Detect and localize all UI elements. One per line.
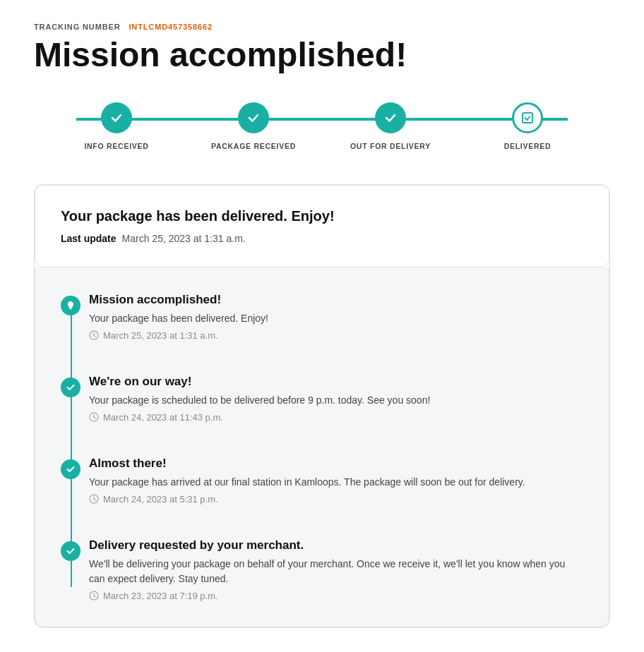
timeline-item-title: Delivery requested by your merchant. bbox=[89, 538, 575, 553]
timeline-time-text: March 25, 2023 at 1:31 a.m. bbox=[103, 330, 218, 341]
timeline-item-time: March 25, 2023 at 1:31 a.m. bbox=[89, 330, 575, 341]
checkmark-box-icon bbox=[520, 111, 535, 125]
timeline-time-text: March 24, 2023 at 11:43 p.m. bbox=[103, 412, 223, 423]
last-update-row: Last update March 25, 2023 at 1:31 a.m. bbox=[61, 233, 583, 244]
main-card: Your package has been delivered. Enjoy! … bbox=[34, 184, 610, 628]
clock-icon bbox=[89, 591, 99, 600]
timeline-item: Delivery requested by your merchant. We'… bbox=[89, 538, 575, 601]
timeline-item-desc: Your package has arrived at our final st… bbox=[89, 475, 575, 490]
timeline: Mission accomplished! Your package has b… bbox=[61, 293, 575, 601]
checkmark-icon bbox=[383, 111, 398, 125]
timeline-item-time: March 24, 2023 at 11:43 p.m. bbox=[89, 412, 575, 423]
check-icon bbox=[66, 382, 76, 392]
pin-icon bbox=[66, 301, 76, 310]
check-icon bbox=[66, 464, 76, 474]
step-label-package-received: PACKAGE RECEIVED bbox=[211, 142, 296, 150]
delivery-card-title: Your package has been delivered. Enjoy! bbox=[61, 208, 583, 224]
step-circle-package-received bbox=[238, 102, 269, 133]
clock-icon bbox=[89, 330, 99, 340]
step-label-out-for-delivery: OUT FOR DELIVERY bbox=[350, 142, 431, 150]
tracking-label-text: TRACKING NUMBER bbox=[34, 23, 121, 31]
step-circle-info-received bbox=[101, 102, 132, 133]
timeline-dot-check bbox=[61, 541, 80, 561]
timeline-item-title: We're on our way! bbox=[89, 375, 575, 389]
timeline-item: We're on our way! Your package is schedu… bbox=[89, 375, 575, 423]
timeline-section: Mission accomplished! Your package has b… bbox=[35, 267, 609, 627]
timeline-time-text: March 23, 2023 at 7:19 p.m. bbox=[103, 591, 218, 601]
timeline-dot-check bbox=[61, 378, 80, 397]
clock-icon bbox=[89, 494, 99, 504]
step-package-received: PACKAGE RECEIVED bbox=[185, 102, 322, 150]
step-circle-delivered bbox=[512, 102, 543, 133]
timeline-time-text: March 24, 2023 at 5:31 p.m. bbox=[103, 494, 218, 505]
timeline-dot-check bbox=[61, 459, 80, 479]
delivery-summary-card: Your package has been delivered. Enjoy! … bbox=[35, 185, 609, 267]
step-circle-out-for-delivery bbox=[375, 102, 406, 133]
checkmark-icon bbox=[109, 111, 124, 125]
step-info-received: INFO RECEIVED bbox=[48, 102, 185, 150]
timeline-item-desc: Your package is scheduled to be delivere… bbox=[89, 393, 575, 408]
page-title: Mission accomplished! bbox=[34, 37, 610, 74]
step-out-for-delivery: OUT FOR DELIVERY bbox=[322, 102, 459, 150]
last-update-label: Last update bbox=[61, 233, 117, 244]
tracking-label-row: TRACKING NUMBER INTLCMD457358662 bbox=[34, 23, 610, 31]
clock-icon bbox=[89, 412, 99, 422]
timeline-item-time: March 23, 2023 at 7:19 p.m. bbox=[89, 591, 575, 601]
timeline-item-title: Almost there! bbox=[89, 457, 575, 471]
svg-rect-0 bbox=[523, 113, 532, 123]
timeline-item-time: March 24, 2023 at 5:31 p.m. bbox=[89, 494, 575, 505]
timeline-item-desc: Your package has been delivered. Enjoy! bbox=[89, 311, 575, 326]
check-icon bbox=[66, 546, 76, 556]
timeline-item-desc: We'll be delivering your package on beha… bbox=[89, 557, 575, 586]
step-delivered: DELIVERED bbox=[459, 102, 596, 150]
step-label-delivered: DELIVERED bbox=[504, 142, 551, 150]
timeline-dot-pin bbox=[61, 296, 80, 315]
step-label-info-received: INFO RECEIVED bbox=[84, 142, 148, 150]
last-update-value: March 25, 2023 at 1:31 a.m. bbox=[122, 233, 246, 244]
checkmark-icon bbox=[246, 111, 261, 125]
tracking-number: INTLCMD457358662 bbox=[129, 23, 213, 31]
progress-tracker: INFO RECEIVED PACKAGE RECEIVED OUT FOR D… bbox=[34, 102, 610, 150]
timeline-item: Mission accomplished! Your package has b… bbox=[89, 293, 575, 341]
timeline-item: Almost there! Your package has arrived a… bbox=[89, 457, 575, 505]
timeline-item-title: Mission accomplished! bbox=[89, 293, 575, 307]
